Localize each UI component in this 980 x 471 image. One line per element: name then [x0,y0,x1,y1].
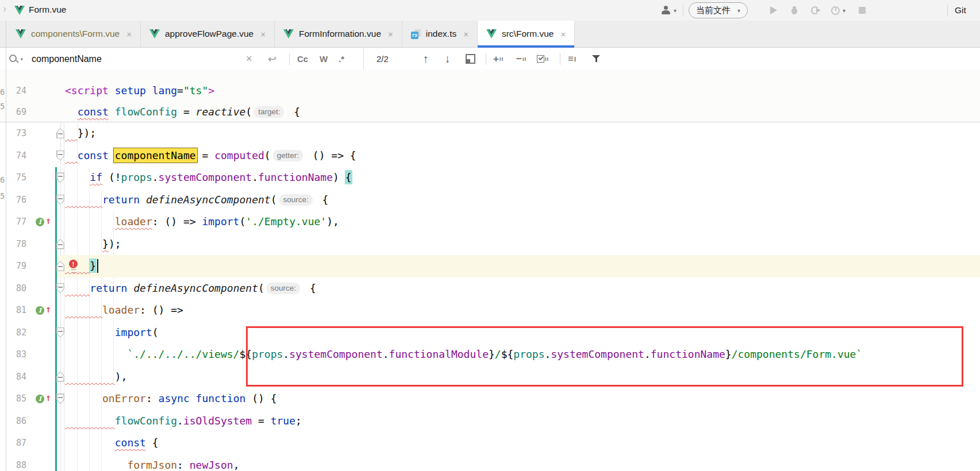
close-icon[interactable]: × [560,29,566,39]
fold-marker-icon[interactable] [56,239,64,249]
tab-components-form-vue[interactable]: components\Form.vue× [7,21,141,47]
clear-search-icon[interactable]: × [246,48,252,70]
code-editor[interactable]: 24<script setup lang="ts">69 const flowC… [0,70,980,471]
code-line-content[interactable]: `./../../../views/${props.systemComponen… [65,343,980,366]
open-in-find-window-button[interactable] [466,48,475,70]
fold-marker-icon[interactable] [56,393,64,404]
run-button[interactable] [770,0,777,21]
tab-forminformation-vue[interactable]: FormInformation.vue× [275,21,402,47]
fold-marker-icon[interactable] [56,195,64,205]
fold-marker-icon[interactable] [56,172,64,183]
search-icon[interactable]: ▾ [8,48,23,70]
code-line-86[interactable]: 86 flowConfig.isOldSystem = true; [0,410,980,433]
find-query-input[interactable]: componentName [32,48,102,70]
code-line-75[interactable]: 75 if (!props.systemComponent.functionNa… [0,167,980,189]
add-selection-button[interactable]: +II [493,48,504,70]
regex-toggle[interactable]: .* [339,48,344,70]
code-line-69[interactable]: 69 const flowConfig = reactive(target: { [0,101,980,123]
code-line-88[interactable]: 88 formJson: newJson, [0,454,980,471]
error-intention-icon[interactable]: ! [69,260,78,272]
match-case-toggle[interactable]: Cc [297,48,308,70]
code-line-content[interactable]: }); [65,233,980,256]
line-number[interactable]: 87 [6,432,26,454]
debug-button[interactable] [791,0,798,21]
code-line-content[interactable]: return defineAsyncComponent(source: { [65,189,980,211]
select-lines-button[interactable]: ≡I [568,48,577,70]
line-number[interactable]: 82 [6,322,26,344]
next-match-button[interactable]: ↓ [445,48,451,70]
whole-words-toggle[interactable]: W [320,48,328,70]
fold-marker-icon[interactable] [56,261,64,271]
line-number[interactable]: 74 [6,145,26,167]
code-line-content[interactable]: if (!props.systemComponent.functionName)… [65,167,980,189]
line-number[interactable]: 75 [6,167,26,189]
fold-marker-icon[interactable] [56,128,64,138]
stop-button[interactable] [859,0,866,21]
code-line-content[interactable]: ), [65,366,980,388]
line-number[interactable]: 76 [6,189,26,211]
profiler-button[interactable] [831,0,840,21]
code-line-73[interactable]: 73 }); [0,122,980,145]
run-config-selector[interactable]: 当前文件▾ [689,0,748,21]
breadcrumb-chevron-icon[interactable]: › [3,3,6,15]
code-line-74[interactable]: 74 const componentName = computed(getter… [0,145,980,167]
close-icon[interactable]: × [388,29,393,39]
code-line-79[interactable]: 79! } [0,255,980,277]
code-line-content[interactable]: import( [65,322,980,344]
code-line-82[interactable]: 82 import( [0,322,980,344]
code-line-content[interactable]: }); [65,122,980,145]
fold-marker-icon[interactable] [56,150,64,161]
fold-marker-icon[interactable] [56,327,64,338]
code-line-content[interactable]: const flowConfig = reactive(target: { [65,101,980,123]
code-line-76[interactable]: 76 return defineAsyncComponent(source: { [0,189,980,211]
code-line-78[interactable]: 78 }); [0,233,980,256]
code-line-77[interactable]: 77I↑ loader: () => import('./Empty.vue')… [0,211,980,233]
implementation-gutter-icon[interactable]: I↑ [36,217,56,227]
fold-marker-icon[interactable] [56,372,64,382]
line-number[interactable]: 69 [6,101,26,123]
user-icon[interactable] [661,0,671,21]
git-widget[interactable]: Git [955,0,966,21]
line-number[interactable]: 84 [6,366,26,388]
line-number[interactable]: 80 [6,277,26,300]
line-number[interactable]: 85 [6,388,26,410]
code-line-content[interactable]: } [65,255,980,277]
line-number[interactable]: 78 [6,233,26,256]
line-number[interactable]: 86 [6,410,26,433]
code-line-content[interactable]: loader: () => [65,299,980,322]
fold-marker-icon[interactable] [56,283,64,294]
implementation-gutter-icon[interactable]: I↑ [36,306,56,315]
code-line-content[interactable]: flowConfig.isOldSystem = true; [65,410,980,433]
remove-selection-button[interactable]: −II [516,48,526,70]
close-icon[interactable]: × [260,29,266,39]
vcs-change-bar[interactable] [55,167,57,471]
code-line-83[interactable]: 83 `./../../../views/${props.systemCompo… [0,343,980,366]
profiler-dropdown-caret-icon[interactable]: ▾ [843,0,846,21]
line-number[interactable]: 24 [6,80,26,102]
close-icon[interactable]: × [126,29,132,39]
code-line-81[interactable]: 81I↑ loader: () => [0,299,980,322]
tab-src-form-vue[interactable]: src\Form.vue× [478,21,575,47]
line-number[interactable]: 81 [6,299,26,322]
line-number[interactable]: 77 [6,211,26,233]
close-icon[interactable]: × [463,29,468,39]
code-line-content[interactable]: <script setup lang="ts"> [65,80,980,102]
implementation-gutter-icon[interactable]: I↑ [36,394,56,404]
code-line-content[interactable]: const componentName = computed(getter: (… [65,145,980,167]
new-line-icon[interactable]: ↩ [268,48,276,70]
tab-approveflowpage-vue[interactable]: approveFlowPage.vue× [141,21,275,47]
code-line-80[interactable]: 80 return defineAsyncComponent(source: { [0,277,980,300]
select-all-occurrences-button[interactable]: II [537,48,549,70]
code-line-content[interactable]: loader: () => import('./Empty.vue'), [65,211,980,233]
code-line-87[interactable]: 87 const { [0,432,980,454]
code-line-content[interactable]: formJson: newJson, [65,454,980,471]
line-number[interactable]: 79 [6,255,26,277]
code-line-content[interactable]: const { [65,432,980,454]
coverage-button[interactable] [810,0,820,21]
code-line-content[interactable]: onError: async function () { [65,388,980,410]
line-number[interactable]: 88 [6,454,26,471]
code-line-85[interactable]: 85I↑ onError: async function () { [0,388,980,410]
line-number[interactable]: 73 [6,122,26,145]
line-number[interactable]: 83 [6,343,26,366]
code-line-84[interactable]: 84 ), [0,366,980,388]
